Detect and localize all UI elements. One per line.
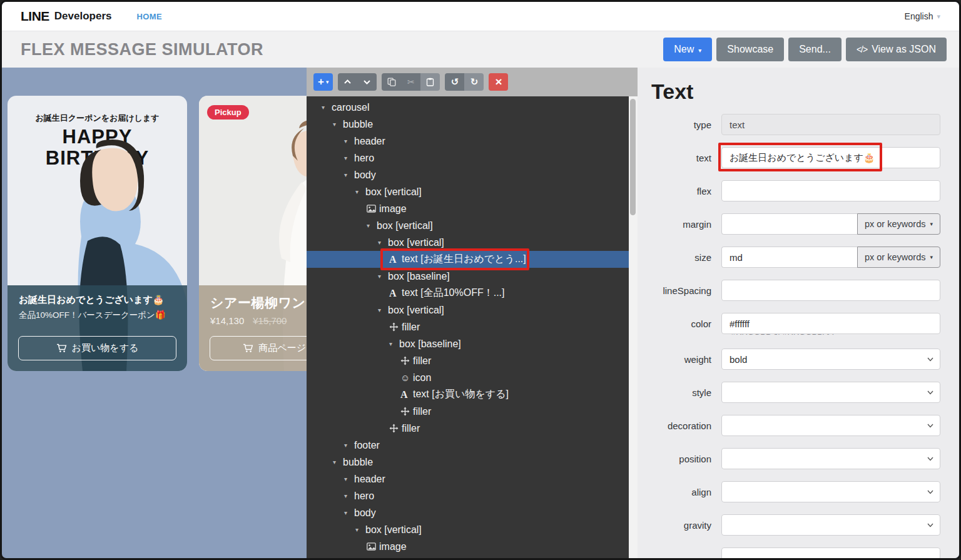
chevron-down-icon <box>927 523 933 527</box>
cart-icon <box>243 344 253 353</box>
decoration-select[interactable] <box>721 415 940 436</box>
position-select[interactable] <box>721 448 940 469</box>
tree-node[interactable]: ☺icon <box>307 369 629 386</box>
tree-node-label: filler <box>413 355 431 367</box>
tree-node[interactable]: ▾box [vertical] <box>307 521 629 538</box>
tree-node[interactable]: filler <box>307 403 629 420</box>
tree-node-selected[interactable]: Atext [お誕生日おめでとう...] <box>307 251 629 268</box>
field-row-align: align <box>638 481 959 502</box>
tree-node-label: image <box>379 203 407 215</box>
card2-price-original: ¥15,700 <box>253 315 287 326</box>
tree-node[interactable]: ▾carousel <box>307 99 629 116</box>
tree-scrollbar-thumb[interactable] <box>630 99 636 215</box>
tree-node[interactable]: ▾box [baseline] <box>307 268 629 285</box>
tree-node[interactable]: ▾hero <box>307 150 629 166</box>
tree-node[interactable]: ▾header <box>307 133 629 150</box>
card2-price-current: ¥14,130 <box>210 315 244 326</box>
view-as-json-label: View as JSON <box>872 44 936 55</box>
field-label: text <box>638 153 721 163</box>
align-select[interactable] <box>721 481 940 502</box>
text-input[interactable] <box>721 147 940 168</box>
paste-button[interactable] <box>420 73 440 91</box>
tree-node[interactable]: ▾footer <box>307 437 629 454</box>
view-as-json-button[interactable]: </> View as JSON <box>846 38 947 61</box>
paste-icon <box>426 78 434 86</box>
send-button[interactable]: Send... <box>788 38 842 61</box>
caret-down-icon: ▾ <box>344 442 354 449</box>
field-row-type: type <box>638 114 959 135</box>
field-control <box>721 514 940 536</box>
tree-node[interactable]: ▾box [vertical] <box>307 183 629 200</box>
chevron-down-icon <box>363 79 371 85</box>
type-input[interactable] <box>721 114 940 135</box>
cut-button[interactable]: ✂ <box>401 73 420 91</box>
tree-node-label: filler <box>402 322 420 333</box>
tree-node[interactable]: filler <box>307 318 629 335</box>
tree-node[interactable]: ▾body <box>307 166 629 183</box>
card1-message-text: お誕生日おめでとうございます🎂 <box>19 294 176 306</box>
filler-move-icon <box>389 424 402 433</box>
copy-button[interactable] <box>382 73 401 91</box>
card1-shop-button[interactable]: お買い物をする <box>18 336 176 360</box>
tree-node[interactable]: ▾box [vertical] <box>307 217 629 234</box>
undo-button[interactable]: ↺ <box>445 73 464 91</box>
header-actions: New ▾ Showcase Send... </> View as JSON <box>663 38 947 61</box>
tree-node[interactable]: image <box>307 200 629 217</box>
tree-node-label: box [vertical] <box>365 524 422 536</box>
field-control: px or keywords▾ <box>721 213 940 235</box>
developers-logo-text: Developers <box>54 10 112 23</box>
tree-node[interactable]: Atext [全品10%OFF！...] <box>307 285 629 302</box>
property-inspector-panel: Text typetextflexmarginpx or keywords▾si… <box>638 68 959 558</box>
field-control <box>721 313 940 334</box>
move-down-button[interactable] <box>357 73 377 91</box>
page-header: FLEX MESSAGE SIMULATOR New ▾ Showcase Se… <box>2 31 959 68</box>
gravity-select[interactable] <box>721 514 940 536</box>
tree-node[interactable]: ▾box [vertical] <box>307 234 629 251</box>
new-button[interactable]: New ▾ <box>663 38 712 61</box>
tree-node[interactable]: ▾box [vertical] <box>307 302 629 318</box>
field-row-size: sizepx or keywords▾ <box>638 247 959 268</box>
tree-node-label: box [baseline] <box>388 271 450 282</box>
color-input[interactable] <box>721 313 940 334</box>
field-row-decoration: decoration <box>638 415 959 436</box>
tree-node[interactable]: ▾body <box>307 504 629 521</box>
tree-panel: +▾✂↺↻× ▾carousel▾bubble▾header▾hero▾body… <box>307 68 638 558</box>
lineSpacing-input[interactable] <box>721 280 940 301</box>
tree-node[interactable]: ▾bubble <box>307 454 629 471</box>
size-input[interactable] <box>721 247 857 268</box>
chevron-up-icon <box>343 79 352 85</box>
chevron-down-icon: ▾ <box>930 254 933 260</box>
tree-node-label: icon <box>413 372 431 384</box>
tree-node-label: carousel <box>332 102 369 113</box>
tree-node-label: box [vertical] <box>377 220 433 232</box>
tree-node[interactable]: ▾header <box>307 471 629 487</box>
language-selector[interactable]: English ▾ <box>905 11 940 21</box>
add-node-button[interactable]: +▾ <box>313 73 333 91</box>
card1-body-overlay: お誕生日おめでとうございます🎂 全品10%OFF！バースデークーポン🎁 お買い物… <box>8 285 187 371</box>
tree-node[interactable]: ▾box [baseline] <box>307 335 629 352</box>
caret-down-icon: ▾ <box>389 340 399 347</box>
field-input[interactable] <box>721 547 940 558</box>
home-link[interactable]: HOME <box>137 12 163 21</box>
margin-input[interactable] <box>721 213 857 235</box>
inspector-heading: Text <box>651 79 959 104</box>
weight-select[interactable]: bold <box>721 349 940 370</box>
size-unit-dropdown[interactable]: px or keywords▾ <box>857 247 940 268</box>
margin-unit-dropdown[interactable]: px or keywords▾ <box>857 213 940 235</box>
showcase-button[interactable]: Showcase <box>716 38 784 61</box>
field-label: gravity <box>638 520 721 531</box>
flex-input[interactable] <box>721 180 940 201</box>
style-select[interactable] <box>721 382 940 403</box>
move-up-button[interactable] <box>338 73 357 91</box>
delete-node-button[interactable]: × <box>489 73 508 91</box>
tree-node[interactable]: ▾hero <box>307 487 629 504</box>
page-title: FLEX MESSAGE SIMULATOR <box>21 40 263 59</box>
tree-node[interactable]: ▾bubble <box>307 116 629 133</box>
tree-node[interactable]: filler <box>307 352 629 369</box>
tree-node[interactable]: image <box>307 538 629 555</box>
text-icon: A <box>400 389 413 400</box>
tree-node[interactable]: filler <box>307 420 629 437</box>
redo-button[interactable]: ↻ <box>464 73 484 91</box>
tree-scrollbar[interactable] <box>629 96 638 558</box>
tree-node[interactable]: Atext [お買い物をする] <box>307 386 629 403</box>
